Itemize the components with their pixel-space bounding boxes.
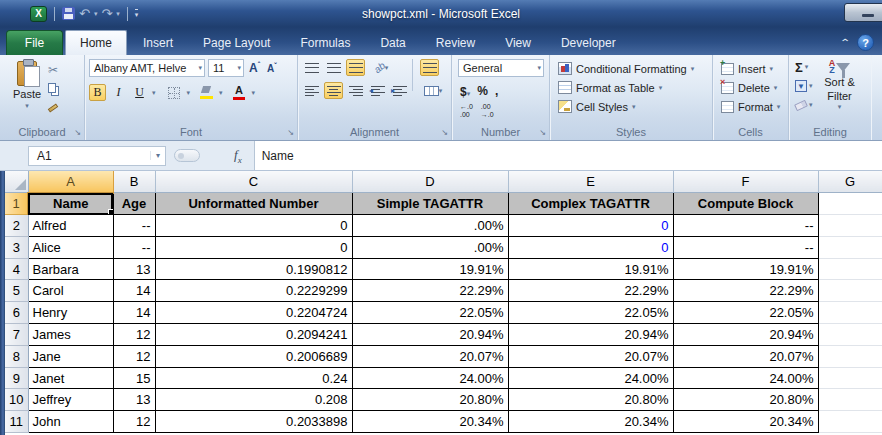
cell[interactable]: Janet: [28, 367, 113, 389]
cell[interactable]: Carol: [28, 280, 113, 302]
align-bottom-button[interactable]: [346, 59, 365, 76]
cell[interactable]: [818, 345, 882, 367]
cell[interactable]: 0.2094241: [155, 324, 352, 346]
copy-button[interactable]: [48, 81, 64, 95]
cell[interactable]: Age: [113, 193, 155, 215]
italic-button[interactable]: I: [110, 84, 127, 101]
cell[interactable]: 0: [508, 215, 673, 237]
underline-dropdown-icon[interactable]: ▾: [152, 89, 156, 97]
row-header[interactable]: 3: [5, 236, 28, 258]
cell[interactable]: 22.29%: [673, 280, 818, 302]
row-header[interactable]: 6: [5, 302, 28, 324]
tab-data[interactable]: Data: [366, 30, 419, 55]
dialog-launcher-icon[interactable]: ↘: [287, 129, 294, 137]
fill-button[interactable]: ▼▾: [795, 78, 813, 94]
insert-cells-button[interactable]: Insert ▾: [717, 59, 784, 78]
cell[interactable]: 20.80%: [673, 389, 818, 411]
align-top-button[interactable]: [302, 59, 321, 76]
tab-page-layout[interactable]: Page Layout: [189, 30, 284, 55]
row-header[interactable]: 10: [5, 389, 28, 411]
row-header[interactable]: 1: [5, 193, 28, 215]
cell[interactable]: Alfred: [28, 215, 113, 237]
align-center-button[interactable]: [324, 82, 343, 99]
delete-cells-button[interactable]: Delete ▾: [717, 78, 784, 97]
tab-review[interactable]: Review: [422, 30, 489, 55]
cell[interactable]: 12: [113, 345, 155, 367]
column-header-d[interactable]: D: [352, 171, 508, 193]
cell[interactable]: 0: [155, 215, 352, 237]
increase-indent-button[interactable]: ▸: [390, 82, 409, 99]
redo-icon[interactable]: ↷: [101, 7, 112, 20]
increase-decimal-button[interactable]: ←.0 .00: [460, 103, 473, 118]
select-all-button[interactable]: [5, 171, 28, 193]
cell[interactable]: 0.24: [155, 367, 352, 389]
cell[interactable]: [818, 302, 882, 324]
cell[interactable]: [818, 389, 882, 411]
tab-home[interactable]: Home: [65, 30, 127, 55]
cell[interactable]: 0.208: [155, 389, 352, 411]
cell[interactable]: 0.2033898: [155, 411, 352, 433]
cell[interactable]: 0.1990812: [155, 258, 352, 280]
cell[interactable]: 14: [113, 280, 155, 302]
tab-developer[interactable]: Developer: [547, 30, 630, 55]
cell[interactable]: James: [28, 324, 113, 346]
fx-icon[interactable]: fx: [234, 147, 242, 165]
cell[interactable]: Compute Block: [673, 193, 818, 215]
format-cells-button[interactable]: Format ▾: [717, 97, 784, 116]
cell[interactable]: .00%: [352, 236, 508, 258]
dialog-launcher-icon[interactable]: ↘: [539, 129, 546, 137]
minimize-button[interactable]: [844, 3, 882, 22]
cell[interactable]: Jane: [28, 345, 113, 367]
bold-button[interactable]: B: [89, 84, 106, 101]
cell[interactable]: 20.80%: [508, 389, 673, 411]
cell[interactable]: John: [28, 411, 113, 433]
cell[interactable]: 20.07%: [673, 345, 818, 367]
cell[interactable]: 24.00%: [352, 367, 508, 389]
clear-button[interactable]: ▾: [795, 97, 813, 113]
column-header-c[interactable]: C: [155, 171, 352, 193]
cell[interactable]: [818, 215, 882, 237]
cell[interactable]: [818, 236, 882, 258]
qat-customize-icon[interactable]: ▾: [135, 9, 139, 19]
cell[interactable]: 22.29%: [508, 280, 673, 302]
cell[interactable]: [818, 411, 882, 433]
dialog-launcher-icon[interactable]: ↘: [441, 129, 448, 137]
cell[interactable]: 20.94%: [508, 324, 673, 346]
cell[interactable]: 13: [113, 258, 155, 280]
borders-dropdown-icon[interactable]: ▾: [187, 89, 191, 97]
column-header-g[interactable]: G: [818, 171, 882, 193]
cell[interactable]: 20.94%: [673, 324, 818, 346]
grow-font-button[interactable]: Aˆ: [247, 61, 262, 75]
cell[interactable]: 13: [113, 389, 155, 411]
cell[interactable]: .00%: [352, 215, 508, 237]
cell[interactable]: 19.91%: [508, 258, 673, 280]
format-as-table-button[interactable]: Format as Table ▾: [554, 78, 708, 97]
cell[interactable]: [818, 193, 882, 215]
save-icon[interactable]: [62, 7, 75, 20]
row-header[interactable]: 8: [5, 345, 28, 367]
dialog-launcher-icon[interactable]: ↘: [74, 129, 81, 137]
tab-file[interactable]: File: [6, 30, 63, 55]
cell-styles-button[interactable]: Cell Styles ▾: [554, 97, 708, 116]
cell[interactable]: Jeffrey: [28, 389, 113, 411]
tab-insert[interactable]: Insert: [129, 30, 187, 55]
tab-view[interactable]: View: [491, 30, 545, 55]
fill-color-dropdown-icon[interactable]: ▾: [219, 89, 223, 97]
name-box[interactable]: A1 ▾: [28, 146, 166, 166]
conditional-formatting-button[interactable]: Conditional Formatting ▾: [554, 59, 708, 78]
cell[interactable]: 20.07%: [352, 345, 508, 367]
cell-a1[interactable]: Name: [28, 193, 113, 215]
cell[interactable]: Barbara: [28, 258, 113, 280]
fill-color-button[interactable]: [198, 84, 215, 101]
cell[interactable]: Complex TAGATTR: [508, 193, 673, 215]
font-size-combo[interactable]: 11 ▾: [208, 59, 244, 77]
cell[interactable]: 24.00%: [508, 367, 673, 389]
cell[interactable]: 12: [113, 411, 155, 433]
cell[interactable]: 14: [113, 302, 155, 324]
cell[interactable]: 20.34%: [673, 411, 818, 433]
chevron-down-icon[interactable]: ▾: [150, 151, 165, 160]
cell[interactable]: [818, 258, 882, 280]
cut-button[interactable]: ✂: [48, 63, 64, 77]
cell[interactable]: --: [673, 215, 818, 237]
cell[interactable]: --: [113, 236, 155, 258]
